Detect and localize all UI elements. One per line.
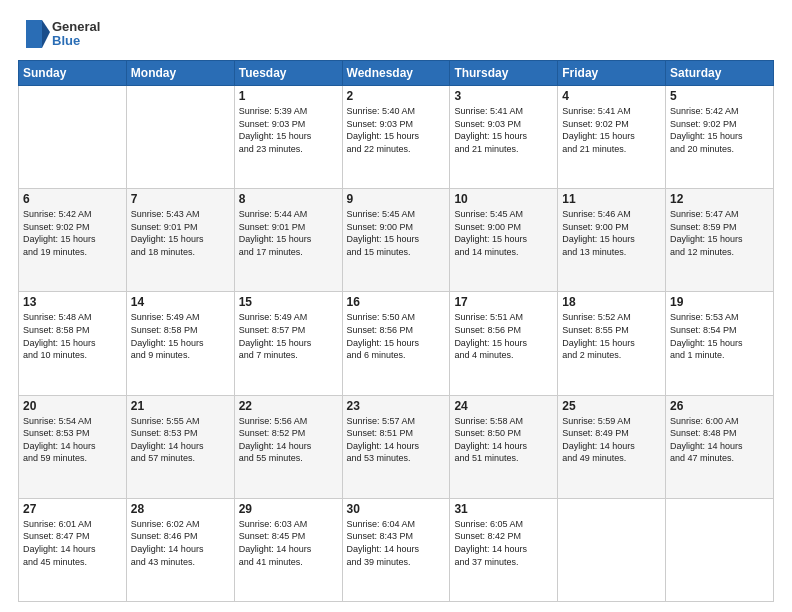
day-info: Sunrise: 5:40 AM Sunset: 9:03 PM Dayligh… bbox=[347, 105, 446, 155]
day-info: Sunrise: 5:49 AM Sunset: 8:58 PM Dayligh… bbox=[131, 311, 230, 361]
calendar-cell: 24Sunrise: 5:58 AM Sunset: 8:50 PM Dayli… bbox=[450, 395, 558, 498]
calendar-cell: 4Sunrise: 5:41 AM Sunset: 9:02 PM Daylig… bbox=[558, 86, 666, 189]
svg-marker-0 bbox=[26, 20, 42, 48]
day-number: 4 bbox=[562, 89, 661, 103]
calendar-cell: 23Sunrise: 5:57 AM Sunset: 8:51 PM Dayli… bbox=[342, 395, 450, 498]
weekday-header-wednesday: Wednesday bbox=[342, 61, 450, 86]
day-info: Sunrise: 5:47 AM Sunset: 8:59 PM Dayligh… bbox=[670, 208, 769, 258]
calendar-cell: 15Sunrise: 5:49 AM Sunset: 8:57 PM Dayli… bbox=[234, 292, 342, 395]
calendar-cell: 6Sunrise: 5:42 AM Sunset: 9:02 PM Daylig… bbox=[19, 189, 127, 292]
day-number: 6 bbox=[23, 192, 122, 206]
day-number: 23 bbox=[347, 399, 446, 413]
day-number: 5 bbox=[670, 89, 769, 103]
day-number: 11 bbox=[562, 192, 661, 206]
day-info: Sunrise: 5:53 AM Sunset: 8:54 PM Dayligh… bbox=[670, 311, 769, 361]
day-number: 9 bbox=[347, 192, 446, 206]
day-number: 13 bbox=[23, 295, 122, 309]
weekday-header-friday: Friday bbox=[558, 61, 666, 86]
weekday-header-sunday: Sunday bbox=[19, 61, 127, 86]
day-number: 26 bbox=[670, 399, 769, 413]
day-info: Sunrise: 5:41 AM Sunset: 9:03 PM Dayligh… bbox=[454, 105, 553, 155]
day-number: 2 bbox=[347, 89, 446, 103]
day-info: Sunrise: 5:59 AM Sunset: 8:49 PM Dayligh… bbox=[562, 415, 661, 465]
calendar-cell: 11Sunrise: 5:46 AM Sunset: 9:00 PM Dayli… bbox=[558, 189, 666, 292]
day-info: Sunrise: 5:45 AM Sunset: 9:00 PM Dayligh… bbox=[454, 208, 553, 258]
day-info: Sunrise: 5:39 AM Sunset: 9:03 PM Dayligh… bbox=[239, 105, 338, 155]
day-number: 12 bbox=[670, 192, 769, 206]
day-info: Sunrise: 5:43 AM Sunset: 9:01 PM Dayligh… bbox=[131, 208, 230, 258]
day-number: 27 bbox=[23, 502, 122, 516]
day-info: Sunrise: 5:45 AM Sunset: 9:00 PM Dayligh… bbox=[347, 208, 446, 258]
day-number: 8 bbox=[239, 192, 338, 206]
week-row-1: 1Sunrise: 5:39 AM Sunset: 9:03 PM Daylig… bbox=[19, 86, 774, 189]
calendar-cell: 7Sunrise: 5:43 AM Sunset: 9:01 PM Daylig… bbox=[126, 189, 234, 292]
day-info: Sunrise: 5:58 AM Sunset: 8:50 PM Dayligh… bbox=[454, 415, 553, 465]
weekday-header-tuesday: Tuesday bbox=[234, 61, 342, 86]
calendar-cell: 19Sunrise: 5:53 AM Sunset: 8:54 PM Dayli… bbox=[666, 292, 774, 395]
calendar-cell bbox=[666, 498, 774, 601]
day-info: Sunrise: 5:48 AM Sunset: 8:58 PM Dayligh… bbox=[23, 311, 122, 361]
header: GeneralBlue bbox=[18, 16, 774, 52]
calendar-header: SundayMondayTuesdayWednesdayThursdayFrid… bbox=[19, 61, 774, 86]
calendar-cell: 22Sunrise: 5:56 AM Sunset: 8:52 PM Dayli… bbox=[234, 395, 342, 498]
week-row-4: 20Sunrise: 5:54 AM Sunset: 8:53 PM Dayli… bbox=[19, 395, 774, 498]
day-number: 24 bbox=[454, 399, 553, 413]
day-info: Sunrise: 6:01 AM Sunset: 8:47 PM Dayligh… bbox=[23, 518, 122, 568]
day-info: Sunrise: 5:57 AM Sunset: 8:51 PM Dayligh… bbox=[347, 415, 446, 465]
day-number: 22 bbox=[239, 399, 338, 413]
week-row-2: 6Sunrise: 5:42 AM Sunset: 9:02 PM Daylig… bbox=[19, 189, 774, 292]
day-number: 10 bbox=[454, 192, 553, 206]
day-info: Sunrise: 5:50 AM Sunset: 8:56 PM Dayligh… bbox=[347, 311, 446, 361]
day-number: 7 bbox=[131, 192, 230, 206]
day-number: 21 bbox=[131, 399, 230, 413]
day-info: Sunrise: 5:51 AM Sunset: 8:56 PM Dayligh… bbox=[454, 311, 553, 361]
day-info: Sunrise: 5:46 AM Sunset: 9:00 PM Dayligh… bbox=[562, 208, 661, 258]
calendar-cell: 2Sunrise: 5:40 AM Sunset: 9:03 PM Daylig… bbox=[342, 86, 450, 189]
calendar-cell: 31Sunrise: 6:05 AM Sunset: 8:42 PM Dayli… bbox=[450, 498, 558, 601]
day-number: 20 bbox=[23, 399, 122, 413]
day-info: Sunrise: 5:41 AM Sunset: 9:02 PM Dayligh… bbox=[562, 105, 661, 155]
day-number: 19 bbox=[670, 295, 769, 309]
day-number: 28 bbox=[131, 502, 230, 516]
calendar-cell: 5Sunrise: 5:42 AM Sunset: 9:02 PM Daylig… bbox=[666, 86, 774, 189]
calendar-cell: 20Sunrise: 5:54 AM Sunset: 8:53 PM Dayli… bbox=[19, 395, 127, 498]
day-info: Sunrise: 5:55 AM Sunset: 8:53 PM Dayligh… bbox=[131, 415, 230, 465]
day-info: Sunrise: 6:00 AM Sunset: 8:48 PM Dayligh… bbox=[670, 415, 769, 465]
day-number: 3 bbox=[454, 89, 553, 103]
day-info: Sunrise: 6:05 AM Sunset: 8:42 PM Dayligh… bbox=[454, 518, 553, 568]
weekday-header-row: SundayMondayTuesdayWednesdayThursdayFrid… bbox=[19, 61, 774, 86]
calendar-cell: 14Sunrise: 5:49 AM Sunset: 8:58 PM Dayli… bbox=[126, 292, 234, 395]
day-number: 16 bbox=[347, 295, 446, 309]
calendar-cell: 13Sunrise: 5:48 AM Sunset: 8:58 PM Dayli… bbox=[19, 292, 127, 395]
week-row-5: 27Sunrise: 6:01 AM Sunset: 8:47 PM Dayli… bbox=[19, 498, 774, 601]
day-number: 25 bbox=[562, 399, 661, 413]
day-info: Sunrise: 6:03 AM Sunset: 8:45 PM Dayligh… bbox=[239, 518, 338, 568]
calendar-cell: 10Sunrise: 5:45 AM Sunset: 9:00 PM Dayli… bbox=[450, 189, 558, 292]
day-info: Sunrise: 5:52 AM Sunset: 8:55 PM Dayligh… bbox=[562, 311, 661, 361]
calendar-table: SundayMondayTuesdayWednesdayThursdayFrid… bbox=[18, 60, 774, 602]
weekday-header-saturday: Saturday bbox=[666, 61, 774, 86]
calendar-cell: 1Sunrise: 5:39 AM Sunset: 9:03 PM Daylig… bbox=[234, 86, 342, 189]
day-number: 31 bbox=[454, 502, 553, 516]
day-info: Sunrise: 5:49 AM Sunset: 8:57 PM Dayligh… bbox=[239, 311, 338, 361]
calendar-cell: 25Sunrise: 5:59 AM Sunset: 8:49 PM Dayli… bbox=[558, 395, 666, 498]
day-number: 17 bbox=[454, 295, 553, 309]
page: GeneralBlue SundayMondayTuesdayWednesday… bbox=[0, 0, 792, 612]
day-number: 29 bbox=[239, 502, 338, 516]
calendar-cell: 12Sunrise: 5:47 AM Sunset: 8:59 PM Dayli… bbox=[666, 189, 774, 292]
day-info: Sunrise: 6:02 AM Sunset: 8:46 PM Dayligh… bbox=[131, 518, 230, 568]
calendar-cell: 28Sunrise: 6:02 AM Sunset: 8:46 PM Dayli… bbox=[126, 498, 234, 601]
calendar-body: 1Sunrise: 5:39 AM Sunset: 9:03 PM Daylig… bbox=[19, 86, 774, 602]
day-number: 1 bbox=[239, 89, 338, 103]
weekday-header-thursday: Thursday bbox=[450, 61, 558, 86]
calendar-cell bbox=[19, 86, 127, 189]
day-info: Sunrise: 5:44 AM Sunset: 9:01 PM Dayligh… bbox=[239, 208, 338, 258]
calendar-cell: 18Sunrise: 5:52 AM Sunset: 8:55 PM Dayli… bbox=[558, 292, 666, 395]
logo: GeneralBlue bbox=[18, 16, 100, 52]
calendar-cell: 17Sunrise: 5:51 AM Sunset: 8:56 PM Dayli… bbox=[450, 292, 558, 395]
svg-marker-1 bbox=[42, 20, 50, 48]
weekday-header-monday: Monday bbox=[126, 61, 234, 86]
day-number: 18 bbox=[562, 295, 661, 309]
calendar-cell: 8Sunrise: 5:44 AM Sunset: 9:01 PM Daylig… bbox=[234, 189, 342, 292]
week-row-3: 13Sunrise: 5:48 AM Sunset: 8:58 PM Dayli… bbox=[19, 292, 774, 395]
